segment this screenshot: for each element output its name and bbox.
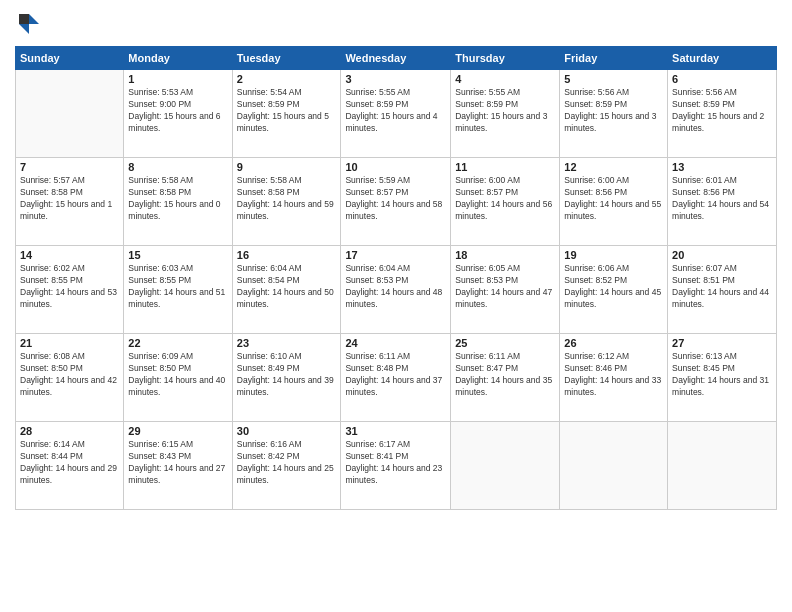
day-number: 30 (237, 425, 337, 437)
day-number: 26 (564, 337, 663, 349)
day-number: 24 (345, 337, 446, 349)
calendar-cell: 13Sunrise: 6:01 AMSunset: 8:56 PMDayligh… (668, 158, 777, 246)
day-number: 16 (237, 249, 337, 261)
calendar-cell: 19Sunrise: 6:06 AMSunset: 8:52 PMDayligh… (560, 246, 668, 334)
calendar-cell: 21Sunrise: 6:08 AMSunset: 8:50 PMDayligh… (16, 334, 124, 422)
calendar-cell: 18Sunrise: 6:05 AMSunset: 8:53 PMDayligh… (451, 246, 560, 334)
calendar-cell: 20Sunrise: 6:07 AMSunset: 8:51 PMDayligh… (668, 246, 777, 334)
day-number: 25 (455, 337, 555, 349)
day-number: 27 (672, 337, 772, 349)
calendar-cell: 29Sunrise: 6:15 AMSunset: 8:43 PMDayligh… (124, 422, 232, 510)
day-info: Sunrise: 6:12 AMSunset: 8:46 PMDaylight:… (564, 351, 663, 399)
day-number: 31 (345, 425, 446, 437)
calendar-cell: 26Sunrise: 6:12 AMSunset: 8:46 PMDayligh… (560, 334, 668, 422)
calendar-cell: 30Sunrise: 6:16 AMSunset: 8:42 PMDayligh… (232, 422, 341, 510)
calendar-cell: 9Sunrise: 5:58 AMSunset: 8:58 PMDaylight… (232, 158, 341, 246)
logo-icon (15, 10, 43, 38)
day-number: 9 (237, 161, 337, 173)
calendar-cell: 22Sunrise: 6:09 AMSunset: 8:50 PMDayligh… (124, 334, 232, 422)
day-info: Sunrise: 6:08 AMSunset: 8:50 PMDaylight:… (20, 351, 119, 399)
day-number: 21 (20, 337, 119, 349)
day-info: Sunrise: 6:00 AMSunset: 8:57 PMDaylight:… (455, 175, 555, 223)
calendar-cell: 8Sunrise: 5:58 AMSunset: 8:58 PMDaylight… (124, 158, 232, 246)
calendar-week-row: 1Sunrise: 5:53 AMSunset: 9:00 PMDaylight… (16, 70, 777, 158)
day-info: Sunrise: 6:13 AMSunset: 8:45 PMDaylight:… (672, 351, 772, 399)
calendar-week-row: 21Sunrise: 6:08 AMSunset: 8:50 PMDayligh… (16, 334, 777, 422)
day-info: Sunrise: 6:14 AMSunset: 8:44 PMDaylight:… (20, 439, 119, 487)
day-info: Sunrise: 6:03 AMSunset: 8:55 PMDaylight:… (128, 263, 227, 311)
day-info: Sunrise: 6:11 AMSunset: 8:48 PMDaylight:… (345, 351, 446, 399)
calendar-cell: 27Sunrise: 6:13 AMSunset: 8:45 PMDayligh… (668, 334, 777, 422)
calendar-cell: 2Sunrise: 5:54 AMSunset: 8:59 PMDaylight… (232, 70, 341, 158)
calendar-cell: 23Sunrise: 6:10 AMSunset: 8:49 PMDayligh… (232, 334, 341, 422)
day-info: Sunrise: 6:15 AMSunset: 8:43 PMDaylight:… (128, 439, 227, 487)
day-number: 17 (345, 249, 446, 261)
day-number: 7 (20, 161, 119, 173)
day-number: 19 (564, 249, 663, 261)
day-info: Sunrise: 6:07 AMSunset: 8:51 PMDaylight:… (672, 263, 772, 311)
day-number: 15 (128, 249, 227, 261)
day-info: Sunrise: 6:10 AMSunset: 8:49 PMDaylight:… (237, 351, 337, 399)
calendar-cell: 3Sunrise: 5:55 AMSunset: 8:59 PMDaylight… (341, 70, 451, 158)
day-number: 13 (672, 161, 772, 173)
day-number: 6 (672, 73, 772, 85)
calendar-week-row: 28Sunrise: 6:14 AMSunset: 8:44 PMDayligh… (16, 422, 777, 510)
calendar-cell: 1Sunrise: 5:53 AMSunset: 9:00 PMDaylight… (124, 70, 232, 158)
day-info: Sunrise: 6:11 AMSunset: 8:47 PMDaylight:… (455, 351, 555, 399)
day-info: Sunrise: 5:54 AMSunset: 8:59 PMDaylight:… (237, 87, 337, 135)
day-number: 3 (345, 73, 446, 85)
day-info: Sunrise: 6:06 AMSunset: 8:52 PMDaylight:… (564, 263, 663, 311)
day-number: 1 (128, 73, 227, 85)
day-info: Sunrise: 6:16 AMSunset: 8:42 PMDaylight:… (237, 439, 337, 487)
day-number: 28 (20, 425, 119, 437)
logo (15, 10, 47, 38)
day-number: 29 (128, 425, 227, 437)
day-info: Sunrise: 6:04 AMSunset: 8:53 PMDaylight:… (345, 263, 446, 311)
day-info: Sunrise: 6:00 AMSunset: 8:56 PMDaylight:… (564, 175, 663, 223)
weekday-header: Sunday (16, 47, 124, 70)
calendar-cell: 6Sunrise: 5:56 AMSunset: 8:59 PMDaylight… (668, 70, 777, 158)
weekday-header: Friday (560, 47, 668, 70)
day-number: 4 (455, 73, 555, 85)
header (15, 10, 777, 38)
calendar-cell: 15Sunrise: 6:03 AMSunset: 8:55 PMDayligh… (124, 246, 232, 334)
day-number: 20 (672, 249, 772, 261)
day-info: Sunrise: 5:58 AMSunset: 8:58 PMDaylight:… (128, 175, 227, 223)
calendar-week-row: 14Sunrise: 6:02 AMSunset: 8:55 PMDayligh… (16, 246, 777, 334)
calendar-cell (16, 70, 124, 158)
day-info: Sunrise: 6:17 AMSunset: 8:41 PMDaylight:… (345, 439, 446, 487)
day-info: Sunrise: 5:56 AMSunset: 8:59 PMDaylight:… (672, 87, 772, 135)
day-info: Sunrise: 5:55 AMSunset: 8:59 PMDaylight:… (455, 87, 555, 135)
calendar-cell: 28Sunrise: 6:14 AMSunset: 8:44 PMDayligh… (16, 422, 124, 510)
svg-rect-3 (19, 14, 29, 24)
calendar-cell: 10Sunrise: 5:59 AMSunset: 8:57 PMDayligh… (341, 158, 451, 246)
day-info: Sunrise: 5:57 AMSunset: 8:58 PMDaylight:… (20, 175, 119, 223)
calendar-cell: 17Sunrise: 6:04 AMSunset: 8:53 PMDayligh… (341, 246, 451, 334)
weekday-header: Wednesday (341, 47, 451, 70)
day-number: 22 (128, 337, 227, 349)
day-info: Sunrise: 6:02 AMSunset: 8:55 PMDaylight:… (20, 263, 119, 311)
day-info: Sunrise: 6:05 AMSunset: 8:53 PMDaylight:… (455, 263, 555, 311)
day-number: 11 (455, 161, 555, 173)
day-info: Sunrise: 5:59 AMSunset: 8:57 PMDaylight:… (345, 175, 446, 223)
weekday-header: Monday (124, 47, 232, 70)
day-info: Sunrise: 6:04 AMSunset: 8:54 PMDaylight:… (237, 263, 337, 311)
calendar-cell: 24Sunrise: 6:11 AMSunset: 8:48 PMDayligh… (341, 334, 451, 422)
calendar-cell (560, 422, 668, 510)
day-info: Sunrise: 6:01 AMSunset: 8:56 PMDaylight:… (672, 175, 772, 223)
calendar-cell: 16Sunrise: 6:04 AMSunset: 8:54 PMDayligh… (232, 246, 341, 334)
weekday-header: Saturday (668, 47, 777, 70)
calendar-cell: 11Sunrise: 6:00 AMSunset: 8:57 PMDayligh… (451, 158, 560, 246)
day-number: 5 (564, 73, 663, 85)
weekday-header: Thursday (451, 47, 560, 70)
calendar-week-row: 7Sunrise: 5:57 AMSunset: 8:58 PMDaylight… (16, 158, 777, 246)
calendar-cell: 4Sunrise: 5:55 AMSunset: 8:59 PMDaylight… (451, 70, 560, 158)
calendar-table: SundayMondayTuesdayWednesdayThursdayFrid… (15, 46, 777, 510)
calendar-cell: 5Sunrise: 5:56 AMSunset: 8:59 PMDaylight… (560, 70, 668, 158)
day-number: 14 (20, 249, 119, 261)
weekday-header-row: SundayMondayTuesdayWednesdayThursdayFrid… (16, 47, 777, 70)
calendar-cell: 12Sunrise: 6:00 AMSunset: 8:56 PMDayligh… (560, 158, 668, 246)
day-info: Sunrise: 5:53 AMSunset: 9:00 PMDaylight:… (128, 87, 227, 135)
calendar-cell: 7Sunrise: 5:57 AMSunset: 8:58 PMDaylight… (16, 158, 124, 246)
day-info: Sunrise: 6:09 AMSunset: 8:50 PMDaylight:… (128, 351, 227, 399)
